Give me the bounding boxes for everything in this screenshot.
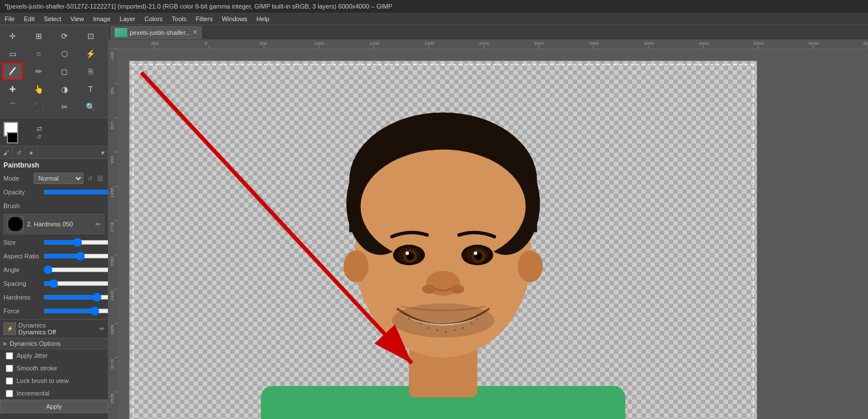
- rect-select-tool[interactable]: ▭: [2, 45, 23, 62]
- svg-point-31: [453, 329, 456, 332]
- menu-bar: File Edit Select View Image Layer Colors…: [0, 13, 868, 25]
- clone-tool[interactable]: ⎘: [81, 63, 101, 80]
- tool-options-panel: Paintbrush Mode Normal Dissolve Multiply…: [0, 159, 108, 419]
- dodge-tool[interactable]: ◑: [54, 81, 75, 98]
- brush-preview: [7, 216, 23, 232]
- options-tab-history[interactable]: ↺: [13, 146, 25, 159]
- dynamics-edit-btn[interactable]: ✏: [99, 325, 105, 333]
- force-row: Force 73.0 ▲ ▼ ↺: [0, 304, 108, 318]
- angle-slider[interactable]: [43, 266, 108, 274]
- aspect-ratio-row: Aspect Ratio 0.00 ▲ ▼ ↺ ⛓: [0, 249, 108, 263]
- title-bar: *[pexels-justin-shaifer-501272-1222271] …: [0, 0, 868, 13]
- brush-edit-btn[interactable]: ✏: [95, 221, 101, 228]
- reset-colors-btn[interactable]: ↺: [37, 134, 42, 140]
- brush-selector[interactable]: 2. Hardness 050 ✏: [3, 214, 105, 234]
- options-tab-brush[interactable]: 🖌: [0, 146, 13, 159]
- apply-jitter-checkbox[interactable]: [6, 352, 13, 360]
- crop-tool[interactable]: ⊡: [81, 27, 101, 45]
- swap-colors-btn[interactable]: ⇄: [37, 125, 42, 133]
- scissors-tool[interactable]: ✂: [54, 98, 75, 115]
- menu-edit[interactable]: Edit: [19, 14, 39, 23]
- canvas-viewport[interactable]: [118, 49, 868, 419]
- paths-tool[interactable]: ⌒: [2, 98, 23, 115]
- pencil-tool[interactable]: ✏: [29, 63, 49, 80]
- eraser-tool[interactable]: ◻: [54, 63, 75, 80]
- menu-help[interactable]: Help: [252, 14, 274, 23]
- image-canvas[interactable]: [129, 61, 757, 419]
- size-control: 230.00 ▲ ▼ ↺ ⛓: [43, 237, 108, 248]
- menu-filters[interactable]: Filters: [191, 14, 218, 23]
- lock-brush-checkbox[interactable]: [6, 377, 13, 385]
- apply-label: Apply: [46, 403, 62, 410]
- brush-label-row: Brush: [0, 199, 108, 213]
- spacing-label: Spacing: [3, 280, 43, 287]
- free-select-tool[interactable]: ⬡: [54, 45, 75, 62]
- menu-windows[interactable]: Windows: [217, 14, 252, 23]
- size-label: Size: [3, 239, 43, 246]
- mode-select[interactable]: Normal Dissolve Multiply Screen: [34, 173, 83, 184]
- menu-select[interactable]: Select: [39, 14, 66, 23]
- align-tool[interactable]: ⊞: [29, 27, 49, 45]
- svg-point-26: [392, 304, 494, 338]
- dynamics-icon: ⚡: [3, 322, 16, 335]
- force-slider[interactable]: [43, 307, 108, 315]
- svg-point-25: [451, 285, 464, 294]
- hardness-label: Hardness: [3, 294, 43, 301]
- ruler-h-canvas: [108, 40, 868, 49]
- options-tab-presets[interactable]: ★: [25, 146, 38, 159]
- expand-options-btn[interactable]: ▼: [98, 146, 108, 159]
- svg-point-12: [518, 250, 543, 282]
- transform-tool[interactable]: ⟳: [54, 27, 75, 45]
- mode-label: Mode: [3, 175, 32, 182]
- color-select-tool[interactable]: ⬛: [29, 98, 49, 115]
- ellipse-select-tool[interactable]: ○: [29, 45, 49, 62]
- svg-point-24: [422, 285, 436, 294]
- svg-point-22: [474, 252, 477, 255]
- mode-chain-icons: ↺ ⛓: [85, 174, 105, 183]
- ruler-horizontal: [108, 40, 868, 49]
- incremental-checkbox[interactable]: [6, 390, 13, 397]
- aspect-ratio-slider[interactable]: [43, 252, 108, 260]
- paintbrush-tool[interactable]: [2, 63, 23, 80]
- dynamics-options-header[interactable]: ▶ Dynamics Options: [0, 338, 108, 349]
- dynamics-info: Dynamics Dynamics Off: [18, 322, 99, 336]
- spacing-slider[interactable]: [43, 280, 108, 288]
- incremental-label: Incremental: [17, 390, 49, 397]
- tool-name-label: Paintbrush: [0, 159, 108, 171]
- apply-button[interactable]: Apply: [0, 400, 108, 413]
- toolbox: ✛ ⊞ ⟳ ⊡ ▭ ○ ⬡ ⚡ ✏ ◻ ⎘ ✚ 👆 ◑ T: [0, 25, 108, 419]
- force-label: Force: [3, 308, 43, 314]
- menu-tools[interactable]: Tools: [167, 14, 191, 23]
- svg-point-10: [360, 150, 525, 264]
- opacity-row: Opacity 100.0 ▲ ▼: [0, 185, 108, 199]
- svg-point-29: [436, 329, 439, 332]
- opacity-slider[interactable]: [43, 188, 108, 196]
- menu-view[interactable]: View: [66, 14, 89, 23]
- size-slider[interactable]: [43, 238, 108, 246]
- heal-tool[interactable]: ✚: [2, 81, 23, 98]
- title-text: *[pexels-justin-shaifer-501272-1222271] …: [5, 3, 392, 10]
- fuzzy-select-tool[interactable]: ⚡: [81, 45, 101, 62]
- image-tab[interactable]: pexels-justin-shaifer... ✕: [111, 26, 202, 39]
- menu-layer[interactable]: Layer: [115, 14, 140, 23]
- image-tabs: pexels-justin-shaifer... ✕: [108, 25, 868, 40]
- canvas-with-ruler: [108, 49, 868, 419]
- hardness-slider[interactable]: [43, 293, 108, 301]
- smooth-stroke-checkbox[interactable]: [6, 365, 13, 372]
- tab-close-btn[interactable]: ✕: [192, 29, 198, 36]
- smudge-tool[interactable]: 👆: [29, 81, 49, 98]
- svg-point-30: [445, 331, 447, 333]
- move-tool[interactable]: ✛: [2, 27, 23, 45]
- magnify-tool[interactable]: 🔍: [81, 98, 101, 115]
- mode-chain-icon[interactable]: ⛓: [95, 174, 105, 183]
- menu-file[interactable]: File: [0, 14, 19, 23]
- text-tool[interactable]: T: [81, 81, 101, 98]
- menu-colors[interactable]: Colors: [140, 14, 167, 23]
- canvas-area: pexels-justin-shaifer... ✕: [108, 25, 868, 419]
- svg-rect-1: [9, 73, 13, 77]
- brush-label: Brush: [3, 202, 43, 209]
- menu-image[interactable]: Image: [89, 14, 115, 23]
- mode-row: Mode Normal Dissolve Multiply Screen ↺ ⛓: [0, 171, 108, 185]
- background-color[interactable]: [7, 132, 18, 143]
- mode-reset-icon[interactable]: ↺: [85, 174, 94, 183]
